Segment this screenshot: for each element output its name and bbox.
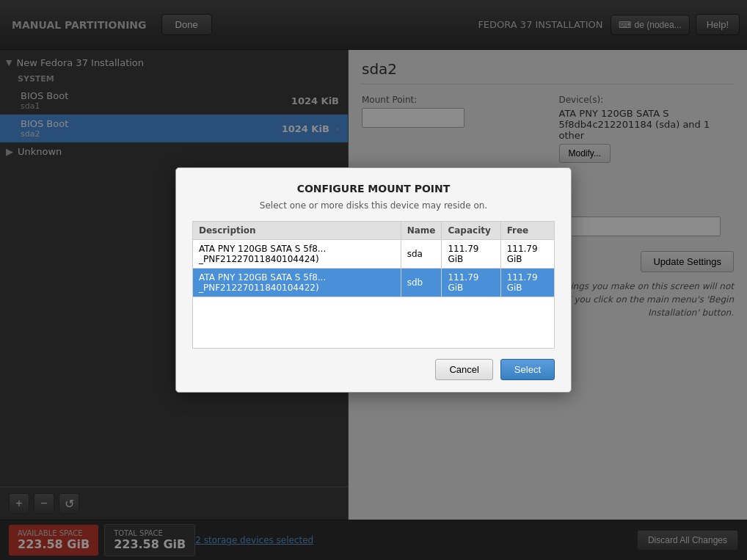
- dialog-cancel-button[interactable]: Cancel: [435, 359, 492, 380]
- disk-name-cell: sda: [401, 240, 442, 269]
- col-description: Description: [193, 222, 401, 240]
- col-free: Free: [500, 222, 554, 240]
- disk-name-cell: sdb: [401, 269, 442, 297]
- disk-free-cell: 111.79 GiB: [500, 240, 554, 269]
- configure-mount-point-dialog: CONFIGURE MOUNT POINT Select one or more…: [175, 167, 572, 393]
- dialog-select-button[interactable]: Select: [500, 359, 555, 380]
- disk-table: Description Name Capacity Free ATA PNY 1…: [192, 221, 555, 349]
- dialog-overlay: CONFIGURE MOUNT POINT Select one or more…: [0, 0, 747, 560]
- dialog-subtitle: Select one or more disks this device may…: [192, 200, 555, 211]
- disk-description-cell: ATA PNY 120GB SATA S 5f8... _PNF21227011…: [193, 240, 401, 269]
- disk-capacity-cell: 111.79 GiB: [442, 240, 500, 269]
- col-capacity: Capacity: [442, 222, 500, 240]
- dialog-buttons: Cancel Select: [192, 359, 555, 380]
- disk-table-empty-row: [193, 297, 555, 349]
- disk-free-cell: 111.79 GiB: [500, 269, 554, 297]
- disk-table-row[interactable]: ATA PNY 120GB SATA S 5f8... _PNF21227011…: [193, 240, 555, 269]
- disk-table-row[interactable]: ATA PNY 120GB SATA S 5f8... _PNF21227011…: [193, 269, 555, 297]
- disk-table-body: ATA PNY 120GB SATA S 5f8... _PNF21227011…: [193, 240, 555, 349]
- disk-capacity-cell: 111.79 GiB: [442, 269, 500, 297]
- dialog-title: CONFIGURE MOUNT POINT: [192, 183, 555, 194]
- disk-description-cell: ATA PNY 120GB SATA S 5f8... _PNF21227011…: [193, 269, 401, 297]
- col-name: Name: [401, 222, 442, 240]
